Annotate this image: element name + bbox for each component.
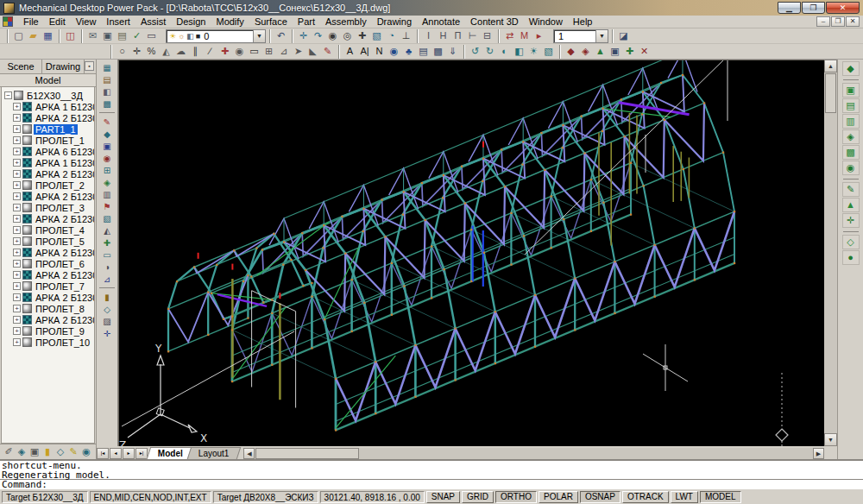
expand-icon[interactable]: + xyxy=(13,293,21,301)
expand-icon[interactable]: + xyxy=(13,260,21,268)
pattern-button[interactable]: ▨ xyxy=(99,315,115,327)
vertical-scroll-thumb[interactable] xyxy=(825,73,836,113)
am-part-button[interactable]: ◆ xyxy=(564,45,578,59)
update-view-button[interactable]: ▲ xyxy=(842,198,860,212)
highlight-button[interactable]: ✎ xyxy=(67,445,79,458)
am-new-button[interactable]: ✚ xyxy=(622,45,637,59)
tree-item-пролет_9[interactable]: +ПРОЛЕТ_9 xyxy=(13,325,95,337)
view-options-button[interactable]: ● xyxy=(842,250,860,265)
work-axis-button[interactable]: ◑ xyxy=(99,261,115,273)
match-properties-button[interactable]: ✓ xyxy=(129,29,144,43)
menu-part[interactable]: Part xyxy=(293,16,320,28)
horizontal-scroll-thumb[interactable] xyxy=(255,448,359,459)
toggle-snap[interactable]: SNAP xyxy=(426,491,460,503)
status-coordinates[interactable]: 30121.40, 8918.16 , 0.00 xyxy=(320,491,425,503)
horizontal-scrollbar[interactable]: ◀ ▶ xyxy=(243,448,824,459)
materials-button[interactable]: ▧ xyxy=(541,45,556,59)
expand-icon[interactable]: + xyxy=(13,215,21,223)
assembly-tree-button[interactable]: ◈ xyxy=(16,445,28,458)
expand-icon[interactable]: + xyxy=(13,125,21,133)
expand-icon[interactable]: + xyxy=(13,338,21,346)
combine-button[interactable]: ✚ xyxy=(99,236,115,249)
expand-icon[interactable]: + xyxy=(13,305,21,312)
constrain-button[interactable]: ▣ xyxy=(99,140,115,152)
toggle-ortho[interactable]: ORTHO xyxy=(495,491,537,503)
scroll-up-arrow[interactable]: ▲ xyxy=(824,60,837,72)
lights-button[interactable]: ☀ xyxy=(526,45,541,59)
scroll-right-arrow[interactable]: ▶ xyxy=(813,448,824,459)
menu-annotate[interactable]: Annotate xyxy=(417,16,465,28)
last-tab-button[interactable]: ▸| xyxy=(135,448,148,459)
minimize-button[interactable]: ▁ xyxy=(778,2,801,14)
power-snap-button[interactable]: ▸ xyxy=(532,29,546,43)
menu-help[interactable]: Help xyxy=(568,16,598,28)
expand-icon[interactable]: + xyxy=(13,192,21,200)
restore-view-button[interactable]: ◪ xyxy=(616,29,631,43)
tab-scene[interactable]: Scene xyxy=(0,60,42,73)
drawing-viewport[interactable]: YXZ xyxy=(118,60,824,446)
panel-close-button[interactable]: ▪ xyxy=(85,61,94,71)
new-view-button[interactable]: ◆ xyxy=(842,61,860,76)
power-line-button[interactable]: ∕ xyxy=(203,45,217,59)
regen-button[interactable]: ↷ xyxy=(311,29,325,43)
scale-combo-dropdown-arrow[interactable]: ▼ xyxy=(595,30,608,42)
render-button[interactable]: ◧ xyxy=(512,45,526,59)
power-revcloud-button[interactable]: ☁ xyxy=(173,45,188,59)
menu-insert[interactable]: Insert xyxy=(101,16,135,28)
move-view-button[interactable]: ✛ xyxy=(842,213,860,228)
tree-item-пролет_6[interactable]: +ПРОЛЕТ_6 xyxy=(13,258,95,269)
collapse-icon[interactable]: − xyxy=(4,91,12,99)
am-assembly-button[interactable]: ◈ xyxy=(578,45,593,59)
tree-item-арка-2-б1230_1[interactable]: +АРКА 2 Б1230_1 xyxy=(13,112,95,123)
power-arrow-button[interactable]: ➤ xyxy=(291,45,306,59)
power-rect-button[interactable]: ▭ xyxy=(247,45,261,59)
mdi-restore-button[interactable]: ❐ xyxy=(831,16,845,27)
power-circle-button[interactable]: ○ xyxy=(115,45,129,59)
view-redo-button[interactable]: ↻ xyxy=(482,45,497,59)
extrude-button[interactable]: ⊞ xyxy=(99,164,115,176)
text-single-button[interactable]: A xyxy=(343,45,357,59)
ucs-button[interactable]: ⊥ xyxy=(399,29,413,43)
power-corner-button[interactable]: ◣ xyxy=(306,45,320,59)
scroll-left-arrow[interactable]: ◀ xyxy=(243,448,255,459)
fillet-3d-button[interactable]: ⚑ xyxy=(99,200,115,212)
revolve-button[interactable]: ◈ xyxy=(99,176,115,188)
tree-item-пролет_10[interactable]: +ПРОЛЕТ_10 xyxy=(13,337,95,348)
paste-clip-button[interactable]: ▤ xyxy=(115,29,129,43)
toggle-grid[interactable]: GRID xyxy=(462,491,494,503)
power-manipulator-button[interactable]: ✛ xyxy=(99,327,115,339)
expand-icon[interactable]: + xyxy=(13,226,21,234)
menu-assembly[interactable]: Assembly xyxy=(320,16,372,28)
chamfer-3d-button[interactable]: ▧ xyxy=(99,212,115,224)
pan-button[interactable]: ✚ xyxy=(355,29,369,43)
tree-item-арка-2-б1230_2[interactable]: +АРКА 2 Б1230_2 xyxy=(13,168,95,180)
tree-item-пролет_7[interactable]: +ПРОЛЕТ_7 xyxy=(13,280,95,292)
layer-manager-button[interactable]: ▦ xyxy=(99,61,115,73)
toggle-polar[interactable]: POLAR xyxy=(539,491,578,503)
detail-view-button[interactable]: ◉ xyxy=(842,161,860,175)
desktop-options-button[interactable]: ◇ xyxy=(54,445,66,458)
work-plane-button[interactable]: ▭ xyxy=(99,249,115,261)
tree-item-арка-1-б1230_2[interactable]: +АРКА 1 Б1230_2 xyxy=(13,157,95,168)
tree-item-арка-2-б1230_4[interactable]: +АРКА 2 Б1230_4 xyxy=(13,213,95,224)
menu-drawing[interactable]: Drawing xyxy=(372,16,417,28)
side-view-button[interactable]: ▥ xyxy=(842,114,860,129)
am-delete-button[interactable]: ✕ xyxy=(637,45,652,59)
split-button[interactable]: ◇ xyxy=(99,303,115,315)
prev-tab-button[interactable]: ◂ xyxy=(110,448,122,459)
menu-surface[interactable]: Surface xyxy=(249,16,293,28)
annotate-view-button[interactable]: ✎ xyxy=(842,182,860,197)
mdi-minimize-button[interactable]: – xyxy=(816,16,830,27)
expand-icon[interactable]: + xyxy=(13,103,21,110)
toggle-model[interactable]: MODEL xyxy=(700,491,741,503)
erase-view-button[interactable]: ◇ xyxy=(842,235,860,249)
expand-icon[interactable]: + xyxy=(13,249,21,256)
toggle-osnap[interactable]: OSNAP xyxy=(580,491,620,503)
power-node-button[interactable]: ◉ xyxy=(232,45,247,59)
toolbody-button[interactable]: ▮ xyxy=(99,291,115,303)
world-button[interactable]: ◉ xyxy=(80,445,92,458)
tree-root[interactable]: − Б12X30__3Д xyxy=(4,90,95,101)
work-point-button[interactable]: ⊿ xyxy=(99,273,115,285)
etransmit-button[interactable]: ✉ xyxy=(85,29,100,43)
text-multiline-button[interactable]: A| xyxy=(357,45,372,59)
